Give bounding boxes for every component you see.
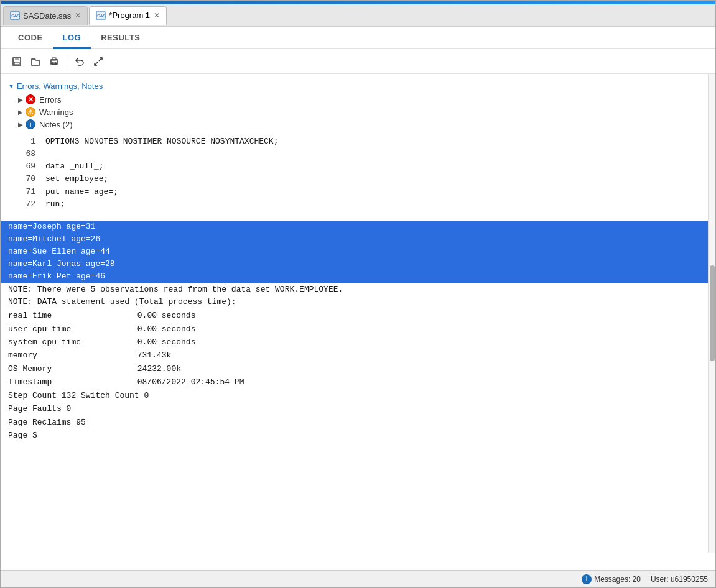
- nav-tabs: CODE LOG RESULTS: [1, 27, 715, 49]
- stats-partial: Page S: [1, 429, 715, 442]
- code-line-69: 69 data _null_;: [8, 160, 708, 173]
- stats-timestamp-value: 08/06/2022 02:45:54 PM: [137, 375, 244, 388]
- output-line-5: name=Erik Pet age=46: [1, 270, 715, 283]
- svg-text:SAS: SAS: [97, 14, 106, 18]
- stats-osmemory-value: 24232.00k: [137, 362, 181, 375]
- scrollbar-thumb[interactable]: [710, 265, 715, 361]
- toolbar-separator-1: [67, 55, 67, 68]
- line-num-1: 1: [8, 136, 45, 148]
- line-num-72: 72: [8, 198, 45, 211]
- ewn-collapse-arrow: ▼: [8, 83, 14, 90]
- tab-log[interactable]: LOG: [53, 28, 91, 49]
- log-area[interactable]: ▼ Errors, Warnings, Notes ▶ ✕ Errors ▶ ⚠…: [1, 74, 715, 570]
- ewn-warnings-arrow: ▶: [18, 109, 23, 116]
- messages-count: Messages: 20: [594, 575, 641, 584]
- stats-usercpu-value: 0.00 seconds: [137, 323, 196, 336]
- main-content: ▼ Errors, Warnings, Notes ▶ ✕ Errors ▶ ⚠…: [1, 74, 715, 570]
- stats-usercpu: user cpu time 0.00 seconds: [1, 323, 715, 336]
- note-section: NOTE: There were 5 observations read fro…: [1, 283, 715, 310]
- ewn-header[interactable]: ▼ Errors, Warnings, Notes: [8, 81, 708, 91]
- ewn-header-label: Errors, Warnings, Notes: [17, 81, 103, 91]
- stats-memory: memory 731.43k: [1, 349, 715, 362]
- line-num-70: 70: [8, 173, 45, 185]
- scrollbar-track[interactable]: [708, 74, 715, 553]
- line-content-72: run;: [45, 198, 708, 211]
- print-button[interactable]: [45, 53, 63, 70]
- stats-osmemory-label: OS Memory: [8, 362, 133, 375]
- ewn-errors-arrow: ▶: [18, 96, 23, 103]
- code-section: 1 OPTIONS NONOTES NOSTIMER NOSOURCE NOSY…: [1, 136, 715, 211]
- tab-program1[interactable]: SAS *Program 1 ✕: [89, 6, 167, 25]
- line-num-71: 71: [8, 186, 45, 198]
- app-container: SAS SASDate.sas ✕ SAS *Program 1 ✕ CODE …: [0, 0, 716, 588]
- svg-rect-5: [15, 58, 19, 60]
- ewn-section: ▼ Errors, Warnings, Notes ▶ ✕ Errors ▶ ⚠…: [1, 79, 715, 136]
- stats-stepcount: Step Count 132 Switch Count 0: [1, 389, 715, 402]
- line-num-68: 68: [8, 148, 45, 160]
- ewn-notes-label: Notes (2): [39, 120, 72, 129]
- status-bar: i Messages: 20 User: u61950255: [1, 570, 715, 587]
- stats-timestamp: Timestamp 08/06/2022 02:45:54 PM: [1, 375, 715, 388]
- ewn-warnings-label: Warnings: [39, 108, 73, 117]
- line-content-71: put name= age=;: [45, 186, 708, 198]
- line-content-1: OPTIONS NONOTES NOSTIMER NOSOURCE NOSYNT…: [45, 136, 708, 148]
- info-icon: i: [26, 119, 35, 129]
- note-line-2: NOTE: DATA statement used (Total process…: [8, 296, 708, 309]
- line-content-69: data _null_;: [45, 160, 708, 173]
- sas-file-icon: SAS: [10, 11, 20, 20]
- ewn-errors-item[interactable]: ▶ ✕ Errors: [8, 93, 708, 106]
- tab-sasdatesas[interactable]: SAS SASDate.sas ✕: [3, 6, 88, 25]
- tab-program1-close[interactable]: ✕: [154, 12, 160, 19]
- output-line-4: name=Karl Jonas age=28: [1, 258, 715, 270]
- stats-syscpu-value: 0.00 seconds: [137, 336, 196, 349]
- messages-status: i Messages: 20: [582, 574, 641, 584]
- save-button[interactable]: [8, 53, 26, 70]
- line-content-68: [45, 148, 708, 160]
- sas-file-icon-2: SAS: [96, 11, 106, 20]
- output-line-1: name=Joseph age=31: [1, 221, 715, 233]
- error-icon: ✕: [26, 94, 35, 104]
- stats-memory-label: memory: [8, 349, 133, 362]
- ewn-notes-item[interactable]: ▶ i Notes (2): [8, 118, 708, 131]
- tab-results[interactable]: RESULTS: [91, 28, 150, 49]
- code-line-72: 72 run;: [8, 198, 708, 211]
- restore-button[interactable]: [71, 53, 88, 70]
- note-line-1-text: NOTE: There were 5 observations read fro…: [8, 283, 343, 296]
- code-line-68: 68: [8, 148, 708, 160]
- code-line-70: 70 set employee;: [8, 173, 708, 185]
- code-line-71: 71 put name= age=;: [8, 186, 708, 198]
- stats-syscpu-label: system cpu time: [8, 336, 133, 349]
- svg-text:SAS: SAS: [11, 14, 20, 18]
- stats-pagereclaims: Page Reclaims 95: [1, 416, 715, 429]
- toolbar: [1, 49, 715, 74]
- stats-section: real time 0.00 seconds user cpu time 0.0…: [1, 309, 715, 442]
- output-line-2: name=Mitchel age=26: [1, 233, 715, 246]
- stats-usercpu-label: user cpu time: [8, 323, 133, 336]
- warning-icon: ⚠: [26, 107, 35, 117]
- stats-realtime-value: 0.00 seconds: [137, 309, 196, 322]
- blank-separator: [1, 211, 715, 217]
- stats-pagefaults: Page Faults 0: [1, 402, 715, 415]
- stats-syscpu: system cpu time 0.00 seconds: [1, 336, 715, 349]
- status-info-icon: i: [582, 574, 592, 584]
- line-content-70: set employee;: [45, 173, 708, 185]
- tab-sasdatesas-label: SASDate.sas: [23, 11, 71, 21]
- note-line-1: NOTE: There were 5 observations read fro…: [8, 283, 708, 296]
- output-line-3: name=Sue Ellen age=44: [1, 246, 715, 258]
- code-line-1: 1 OPTIONS NONOTES NOSTIMER NOSOURCE NOSY…: [8, 136, 708, 148]
- open-button[interactable]: [27, 53, 44, 70]
- stats-realtime-label: real time: [8, 309, 133, 322]
- tab-code[interactable]: CODE: [8, 28, 53, 49]
- highlight-block: name=Joseph age=31 name=Mitchel age=26 n…: [1, 221, 715, 283]
- maximize-button[interactable]: [90, 53, 107, 70]
- ewn-warnings-item[interactable]: ▶ ⚠ Warnings: [8, 106, 708, 118]
- tab-sasdatesas-close[interactable]: ✕: [75, 12, 81, 19]
- stats-memory-value: 731.43k: [137, 349, 172, 362]
- stats-timestamp-label: Timestamp: [8, 375, 133, 388]
- user-label: User: u61950255: [651, 575, 708, 584]
- stats-osmemory: OS Memory 24232.00k: [1, 362, 715, 375]
- svg-rect-6: [14, 62, 19, 65]
- stats-realtime: real time 0.00 seconds: [1, 309, 715, 322]
- line-num-69: 69: [8, 160, 45, 173]
- ewn-errors-label: Errors: [39, 95, 61, 104]
